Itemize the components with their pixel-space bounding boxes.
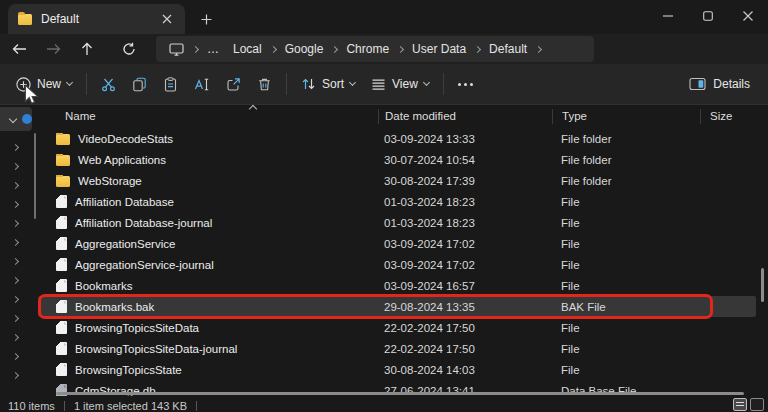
new-button[interactable]: New <box>8 71 80 98</box>
file-name-cell: Affiliation Database-journal <box>38 216 378 229</box>
column-header-date-modified[interactable]: Date modified <box>378 109 552 124</box>
command-bar: New Sort View Details <box>0 64 768 105</box>
table-row[interactable]: Bookmarks 03-09-2024 16:57 File <box>38 275 756 296</box>
table-row[interactable]: WebStorage 30-08-2024 17:39 File folder <box>38 170 756 191</box>
column-header-type[interactable]: Type <box>552 109 700 124</box>
table-row[interactable]: BrowsingTopicsState 30-08-2024 14:03 Fil… <box>38 359 756 380</box>
type-cell: File <box>552 196 700 208</box>
tree-expand-chevron-icon[interactable] <box>12 296 19 303</box>
chevron-right-icon[interactable] <box>192 45 199 52</box>
tree-expand-chevron-icon[interactable] <box>12 220 19 227</box>
explorer-tab[interactable]: Default <box>8 4 185 34</box>
breadcrumb-user-data[interactable]: User Data <box>405 42 473 56</box>
details-view-toggle[interactable] <box>733 398 747 411</box>
sort-button-label: Sort <box>322 77 344 91</box>
share-button[interactable] <box>218 71 249 98</box>
delete-button[interactable] <box>249 71 280 98</box>
close-icon <box>743 11 753 21</box>
plus-circle-icon <box>16 77 31 92</box>
type-cell: BAK File <box>552 301 700 313</box>
chevron-right-icon[interactable] <box>397 45 404 52</box>
file-name-cell: BrowsingTopicsSiteData-journal <box>38 342 378 355</box>
type-cell: File <box>552 259 700 271</box>
rename-button[interactable] <box>186 71 218 98</box>
new-tab-button[interactable] <box>196 9 216 29</box>
this-pc-button[interactable] <box>162 43 191 56</box>
forward-button[interactable] <box>38 36 68 62</box>
file-name-cell: Affiliation Database <box>38 195 378 208</box>
table-row[interactable]: Bookmarks.bak 29-08-2024 13:35 BAK File <box>38 296 756 317</box>
file-icon <box>56 321 67 334</box>
refresh-button[interactable] <box>114 36 144 62</box>
date-modified-cell: 22-02-2024 17:50 <box>378 322 552 334</box>
date-modified-cell: 29-08-2024 13:35 <box>378 301 552 313</box>
date-modified-cell: 30-08-2024 14:03 <box>378 364 552 376</box>
more-options-button[interactable] <box>450 77 481 92</box>
copy-button[interactable] <box>124 71 155 98</box>
tab-close-button[interactable] <box>159 11 175 27</box>
chevron-right-icon[interactable] <box>331 45 338 52</box>
status-divider <box>196 401 197 411</box>
view-button-label: View <box>392 77 418 91</box>
file-name-cell: BrowsingTopicsSiteData <box>38 321 378 334</box>
column-header-size[interactable]: Size <box>700 109 768 124</box>
tree-expand-chevron-icon[interactable] <box>12 315 19 322</box>
table-row[interactable]: AggregationService 03-09-2024 17:02 File <box>38 233 756 254</box>
breadcrumb-overflow[interactable]: … <box>200 42 226 56</box>
table-row[interactable]: Affiliation Database 01-03-2024 18:23 Fi… <box>38 191 756 212</box>
chevron-right-icon[interactable] <box>474 45 481 52</box>
chevron-right-icon[interactable] <box>270 45 277 52</box>
type-cell: File <box>552 280 700 292</box>
breadcrumb-chrome[interactable]: Chrome <box>339 42 396 56</box>
breadcrumb-google[interactable]: Google <box>278 42 331 56</box>
tree-expand-chevron-icon[interactable] <box>12 334 19 341</box>
up-button[interactable] <box>72 36 102 62</box>
column-header-name[interactable]: Name <box>38 109 378 124</box>
details-pane-button[interactable]: Details <box>681 71 758 97</box>
vertical-scrollbar[interactable] <box>761 268 764 302</box>
back-button[interactable] <box>4 36 34 62</box>
tree-expand-chevron-icon[interactable] <box>12 258 19 265</box>
tree-expand-chevron-icon[interactable] <box>12 372 19 379</box>
tree-expand-chevron-icon[interactable] <box>12 182 19 189</box>
table-row[interactable]: Web Applications 30-07-2024 10:54 File f… <box>38 149 756 170</box>
sort-button[interactable]: Sort <box>293 71 363 97</box>
thumbnail-view-toggle[interactable] <box>750 398 764 411</box>
date-modified-cell: 03-09-2024 13:33 <box>378 133 552 145</box>
file-name-cell: Bookmarks.bak <box>38 300 378 313</box>
minimize-button[interactable] <box>648 0 688 32</box>
tree-expand-chevron-icon[interactable] <box>12 201 19 208</box>
table-row[interactable]: AggregationService-journal 03-09-2024 17… <box>38 254 756 275</box>
date-modified-cell: 30-08-2024 17:39 <box>378 175 552 187</box>
maximize-button[interactable] <box>688 0 728 32</box>
cut-icon <box>101 77 116 92</box>
tree-expand-chevron-icon[interactable] <box>12 163 19 170</box>
tree-expand-chevron-icon[interactable] <box>12 277 19 284</box>
table-row[interactable]: BrowsingTopicsSiteData-journal 22-02-202… <box>38 338 756 359</box>
tree-expand-chevron-icon[interactable] <box>12 239 19 246</box>
chevron-right-icon[interactable] <box>535 45 542 52</box>
table-row[interactable]: VideoDecodeStats 03-09-2024 13:33 File f… <box>38 128 756 149</box>
file-icon <box>56 237 67 250</box>
cut-button[interactable] <box>93 71 124 98</box>
arrow-right-icon <box>46 43 61 55</box>
breadcrumb-local[interactable]: Local <box>226 42 269 56</box>
date-modified-cell: 01-03-2024 18:23 <box>378 217 552 229</box>
details-pane-icon <box>689 77 706 91</box>
copy-icon <box>132 77 147 92</box>
tree-expand-chevron-icon[interactable] <box>12 144 19 151</box>
maximize-icon <box>703 11 713 21</box>
refresh-icon <box>122 42 136 56</box>
folder-icon <box>56 176 70 187</box>
view-button[interactable]: View <box>363 71 437 97</box>
sidebar-scrollbar[interactable] <box>34 133 36 219</box>
tree-expand-chevron-icon[interactable] <box>12 353 19 360</box>
table-row[interactable]: Affiliation Database-journal 01-03-2024 … <box>38 212 756 233</box>
paste-button[interactable] <box>155 71 186 98</box>
breadcrumb-default[interactable]: Default <box>482 42 534 56</box>
horizontal-scrollbar[interactable] <box>56 392 744 395</box>
table-row[interactable]: BrowsingTopicsSiteData 22-02-2024 17:50 … <box>38 317 756 338</box>
selection-info: 1 item selected 143 KB <box>74 400 187 412</box>
close-window-button[interactable] <box>728 0 768 32</box>
navigation-pane <box>0 105 38 396</box>
